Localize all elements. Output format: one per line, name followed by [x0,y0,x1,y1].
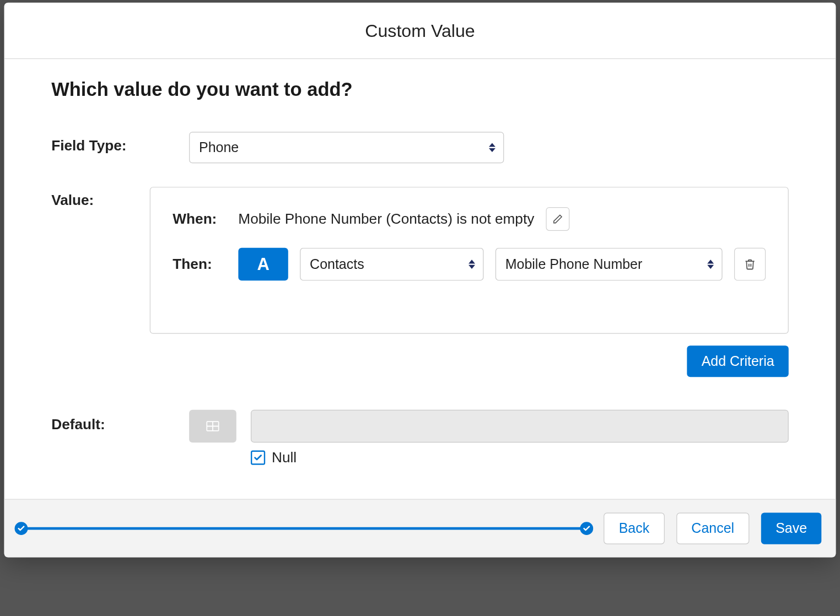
save-button[interactable]: Save [761,513,821,544]
default-picker-button[interactable] [189,410,236,443]
add-criteria-button[interactable]: Add Criteria [687,345,788,377]
when-label: When: [173,210,227,228]
grid-icon [206,421,219,431]
progress-step-1[interactable] [15,522,28,535]
value-row: Value: When: Mobile Phone Number (Contac… [51,187,789,377]
field-type-value: Phone [199,139,239,155]
modal-body: Which value do you want to add? Field Ty… [4,59,836,499]
field-type-select[interactable]: Phone [189,132,504,163]
value-box: When: Mobile Phone Number (Contacts) is … [150,187,789,334]
then-object-select[interactable]: Contacts [300,248,483,281]
cancel-button[interactable]: Cancel [676,513,750,544]
modal-title: Custom Value [4,3,836,59]
custom-value-modal: Custom Value Which value do you want to … [4,3,836,558]
back-button[interactable]: Back [604,513,664,544]
then-field-select[interactable]: Mobile Phone Number [496,248,723,281]
progress-bar [19,527,587,530]
then-type-badge[interactable]: A [238,248,288,281]
add-criteria-wrap: Add Criteria [150,345,789,377]
trash-icon [744,258,756,270]
edit-when-button[interactable] [546,207,570,231]
progress-step-2[interactable] [580,522,593,535]
field-type-row: Field Type: Phone [51,132,789,163]
default-controls: Null [189,410,789,466]
then-object-value: Contacts [310,256,364,272]
footer-buttons: Back Cancel Save [604,513,821,544]
then-row: Then: A Contacts Mobile Phone Number [173,248,766,281]
default-top [189,410,789,443]
caret-icon [707,260,714,269]
default-input [251,410,789,443]
null-row: Null [251,449,789,466]
caret-icon [469,260,475,269]
default-label: Default: [51,410,189,434]
default-row: Default: [51,410,789,466]
check-icon [254,453,263,462]
check-icon [17,525,25,532]
pencil-icon [553,214,563,224]
delete-then-button[interactable] [734,248,766,281]
null-label: Null [272,449,297,466]
check-icon [583,525,590,532]
then-label: Then: [173,256,227,273]
question-heading: Which value do you want to add? [51,79,789,100]
value-label: Value: [51,187,150,209]
field-type-label: Field Type: [51,132,189,154]
when-row: When: Mobile Phone Number (Contacts) is … [173,207,766,231]
caret-icon [489,143,496,152]
null-checkbox[interactable] [251,451,265,465]
then-field-value: Mobile Phone Number [505,256,643,272]
modal-footer: Back Cancel Save [4,499,836,558]
when-text: Mobile Phone Number (Contacts) is not em… [238,210,534,228]
